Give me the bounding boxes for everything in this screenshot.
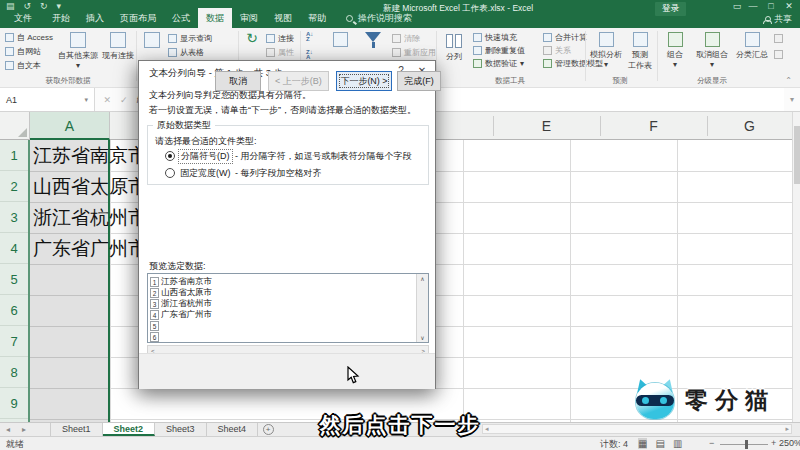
- tab-review[interactable]: 审阅: [232, 8, 266, 28]
- select-all-corner[interactable]: [0, 112, 30, 140]
- from-text-button[interactable]: 自文本: [5, 60, 41, 71]
- radio-fixed-width[interactable]: [165, 168, 175, 178]
- page-break-view-icon[interactable]: ▥: [673, 438, 682, 449]
- preview-vertical-scrollbar[interactable]: ∧∨: [416, 274, 428, 342]
- page-layout-view-icon[interactable]: ▤: [655, 438, 664, 449]
- hide-detail-icon: [774, 50, 783, 59]
- group-button[interactable]: 组合▾: [661, 32, 689, 69]
- ungroup-button[interactable]: 取消组合▾: [692, 32, 732, 69]
- remove-duplicates-button[interactable]: 删除重复值: [473, 45, 525, 56]
- group-separator: [136, 31, 137, 81]
- column-header-g[interactable]: G: [707, 112, 792, 140]
- tab-file[interactable]: 文件: [2, 8, 44, 28]
- name-box-dropdown-icon[interactable]: ▾: [84, 96, 88, 104]
- new-query-button[interactable]: [140, 32, 164, 50]
- column-header-a[interactable]: A: [30, 112, 110, 140]
- forecast-sheet-button[interactable]: 预测 工作表: [625, 32, 655, 71]
- row-header-3[interactable]: 3: [0, 202, 28, 233]
- scrollbar-thumb[interactable]: [794, 126, 800, 184]
- normal-view-icon[interactable]: ▦: [638, 438, 647, 449]
- row-header-5[interactable]: 5: [0, 264, 28, 295]
- from-web-button[interactable]: 自网站: [5, 46, 41, 57]
- reapply-button[interactable]: 重新应用: [392, 47, 436, 58]
- remove-duplicates-icon: [473, 46, 482, 55]
- sign-in-button[interactable]: 登录: [655, 2, 686, 16]
- name-box[interactable]: A1 ▾: [0, 88, 95, 111]
- tab-insert[interactable]: 插入: [78, 8, 112, 28]
- zoom-level[interactable]: 250%: [779, 438, 800, 448]
- radio-delimited-desc: - 用分隔字符，如逗号或制表符分隔每个字段: [235, 150, 412, 163]
- radio-delimited-label[interactable]: 分隔符号(D): [179, 150, 232, 163]
- scroll-down-icon: ∨: [420, 334, 424, 341]
- zoom-out-button[interactable]: −: [709, 438, 714, 448]
- cell-a4[interactable]: 广东省广州市: [33, 233, 147, 264]
- enter-formula-icon[interactable]: ✓: [120, 95, 128, 105]
- column-header-f[interactable]: F: [600, 112, 707, 140]
- radio-fixed-width-label[interactable]: 固定宽度(W): [180, 167, 231, 180]
- row-header-6[interactable]: 6: [0, 295, 28, 326]
- sort-icon: [333, 32, 348, 47]
- filter-button[interactable]: [358, 28, 388, 48]
- column-header-e[interactable]: E: [493, 112, 600, 140]
- clear-filter-button[interactable]: 清除: [392, 33, 420, 44]
- back-button[interactable]: < 上一步(B): [268, 71, 329, 91]
- text-to-columns-button[interactable]: 分列: [440, 30, 468, 62]
- tell-me-search[interactable]: 操作说明搜索: [346, 8, 412, 28]
- zoom-slider-thumb[interactable]: [745, 440, 748, 449]
- close-button[interactable]: ✕: [780, 1, 798, 11]
- view-shortcuts: ▦ ▤ ▥: [638, 438, 682, 449]
- tab-formulas[interactable]: 公式: [164, 8, 198, 28]
- cell-a1[interactable]: 江苏省南京市: [33, 140, 147, 171]
- sort-button[interactable]: [326, 32, 354, 49]
- tab-help[interactable]: 帮助: [300, 8, 334, 28]
- flash-fill-button[interactable]: 快速填充: [473, 32, 517, 43]
- share-button[interactable]: 共享: [763, 13, 792, 26]
- data-preview-box[interactable]: 1江苏省南京市 2山西省太原市 3浙江省杭州市 4广东省广州市 5 6 ∧∨: [147, 273, 429, 343]
- row-header-2[interactable]: 2: [0, 171, 28, 202]
- row-header-1[interactable]: 1: [0, 140, 28, 171]
- collapse-ribbon-icon[interactable]: ⌃: [785, 76, 792, 85]
- relationships-button[interactable]: 关系: [543, 45, 571, 56]
- collapse-formula-bar-icon[interactable]: ▾: [784, 88, 800, 111]
- next-button[interactable]: 下一步(N) >: [336, 71, 392, 91]
- existing-connections-button[interactable]: 现有连接: [101, 32, 135, 61]
- from-other-sources-button[interactable]: 自其他来源▾: [56, 32, 100, 70]
- ungroup-icon: [705, 32, 720, 47]
- zoom-in-button[interactable]: +: [771, 438, 776, 448]
- radio-delimited[interactable]: [165, 151, 175, 161]
- show-detail-icon: [774, 34, 783, 43]
- data-model-icon: [543, 59, 552, 68]
- row-header-4[interactable]: 4: [0, 233, 28, 264]
- show-queries-button[interactable]: 显示查询: [168, 33, 212, 44]
- finish-button[interactable]: 完成(F): [397, 71, 441, 91]
- cell-a3[interactable]: 浙江省杭州市: [33, 202, 147, 233]
- cancel-formula-icon[interactable]: ✕: [103, 95, 111, 105]
- group-separator: [585, 31, 586, 81]
- cancel-button[interactable]: 取消: [215, 71, 261, 91]
- tab-data[interactable]: 数据: [198, 8, 232, 28]
- from-access-button[interactable]: 自 Access: [5, 32, 53, 43]
- show-detail-button[interactable]: [774, 34, 783, 43]
- sort-az-button[interactable]: A↓Z: [306, 32, 319, 43]
- hide-detail-button[interactable]: [774, 50, 783, 59]
- zoom-slider[interactable]: [720, 444, 768, 445]
- consolidate-button[interactable]: 合并计算: [543, 32, 587, 43]
- text-file-icon: [5, 61, 14, 70]
- from-table-button[interactable]: 从表格: [168, 47, 204, 58]
- tab-view[interactable]: 视图: [266, 8, 300, 28]
- properties-button[interactable]: 属性: [266, 47, 294, 58]
- row-header-8[interactable]: 8: [0, 357, 28, 388]
- subtotal-button[interactable]: 分类汇总: [734, 32, 770, 60]
- properties-icon: [266, 48, 275, 57]
- what-if-analysis-button[interactable]: 模拟分析▾: [589, 32, 623, 69]
- vertical-scrollbar[interactable]: [792, 112, 800, 422]
- cell-a2[interactable]: 山西省太原市: [33, 171, 147, 202]
- tab-page-layout[interactable]: 页面布局: [112, 8, 164, 28]
- connections-button[interactable]: 连接: [266, 33, 294, 44]
- data-validation-button[interactable]: 数据验证▾: [473, 58, 524, 69]
- row-header-7[interactable]: 7: [0, 326, 28, 357]
- maximize-button[interactable]: □: [762, 1, 780, 11]
- refresh-all-button[interactable]: ↻: [241, 30, 263, 46]
- tab-home[interactable]: 开始: [44, 8, 78, 28]
- minimize-button[interactable]: —: [744, 1, 762, 11]
